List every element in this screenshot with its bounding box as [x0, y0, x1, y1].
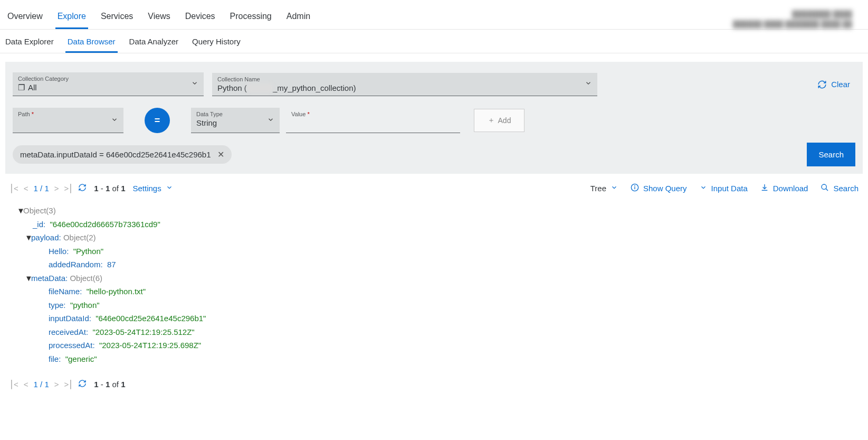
collection-name-select[interactable]: Collection Name Python (xxxxxx_my_python… — [212, 73, 597, 96]
results-toolbar-top: ⎮< < 1 / 1 > >⎮ 1 - 1 of 1 Settings Tree… — [0, 174, 868, 196]
page-indicator: 1 / 1 — [34, 380, 49, 389]
caret-down-icon[interactable]: ▼ — [25, 231, 31, 245]
caret-down-icon[interactable]: ▼ — [25, 272, 31, 285]
collection-category-value: ❐All — [18, 82, 198, 92]
chevron-down-icon — [585, 80, 592, 89]
user-area: ████████ ████ ██████ ████ ███████ ████ █… — [733, 10, 863, 28]
last-page-icon[interactable]: >⎮ — [64, 184, 73, 193]
data-type-value: String — [196, 117, 274, 127]
clear-button[interactable]: Clear — [817, 80, 855, 89]
path-select[interactable]: Path * — [13, 108, 123, 133]
tab-overview[interactable]: Overview — [5, 8, 45, 29]
show-query-button[interactable]: Show Query — [631, 183, 687, 193]
tab-explore[interactable]: Explore — [55, 8, 88, 29]
next-page-icon[interactable]: > — [54, 184, 59, 193]
settings-button[interactable]: Settings — [132, 184, 173, 193]
download-icon — [760, 183, 769, 193]
download-button[interactable]: Download — [760, 183, 808, 193]
subtab-data-analyzer[interactable]: Data Analyzer — [127, 30, 180, 53]
svg-line-5 — [826, 189, 828, 191]
plus-icon: ＋ — [488, 116, 495, 125]
sub-nav-tabs: Data Explorer Data Browser Data Analyzer… — [3, 30, 865, 53]
last-page-icon[interactable]: >⎮ — [64, 380, 73, 389]
path-value — [18, 117, 118, 118]
range-indicator: 1 - 1 of 1 — [94, 184, 125, 193]
svg-point-2 — [635, 185, 635, 186]
chevron-down-icon — [611, 184, 618, 193]
subtab-data-browser[interactable]: Data Browser — [65, 30, 118, 53]
sub-nav: Data Explorer Data Browser Data Analyzer… — [0, 30, 868, 53]
tab-views[interactable]: Views — [146, 8, 172, 29]
tab-devices[interactable]: Devices — [183, 8, 217, 29]
operator-button[interactable]: = — [145, 108, 170, 133]
chevron-down-icon — [700, 184, 707, 193]
query-panel: Collection Category ❐All Collection Name… — [5, 62, 863, 174]
refresh-icon[interactable] — [78, 379, 87, 389]
refresh-icon[interactable] — [78, 183, 87, 193]
tab-processing[interactable]: Processing — [228, 8, 274, 29]
chevron-down-icon — [111, 116, 118, 125]
page-indicator: 1 / 1 — [34, 184, 49, 193]
search-button[interactable]: Search — [807, 143, 855, 166]
chevron-down-icon — [267, 116, 274, 125]
top-nav-tabs: Overview Explore Services Views Devices … — [5, 8, 312, 29]
prev-page-icon[interactable]: < — [24, 184, 28, 193]
pager-bottom: ⎮< < 1 / 1 > >⎮ — [9, 379, 87, 389]
range-indicator-bottom: 1 - 1 of 1 — [94, 380, 125, 389]
data-type-select[interactable]: Data Type String — [191, 108, 280, 133]
first-page-icon[interactable]: ⎮< — [9, 184, 18, 193]
svg-point-4 — [822, 184, 826, 189]
info-icon — [631, 183, 639, 193]
data-type-label: Data Type — [196, 111, 274, 117]
subtab-data-explorer[interactable]: Data Explorer — [3, 30, 56, 53]
collection-category-select[interactable]: Collection Category ❐All — [13, 72, 204, 96]
caret-down-icon[interactable]: ▼ — [17, 204, 23, 218]
first-page-icon[interactable]: ⎮< — [9, 380, 18, 389]
results-toolbar-bottom: ⎮< < 1 / 1 > >⎮ 1 - 1 of 1 — [0, 370, 868, 392]
refresh-icon — [817, 80, 827, 89]
filter-chip-text: metaData.inputDataId = 646e00cd25e2641e4… — [20, 150, 211, 159]
chevron-down-icon — [166, 184, 173, 193]
close-icon[interactable]: ✕ — [217, 149, 224, 160]
view-mode-select[interactable]: Tree — [590, 184, 618, 193]
input-data-button[interactable]: Input Data — [700, 184, 748, 193]
path-label: Path * — [18, 111, 118, 117]
chevron-down-icon — [191, 80, 198, 89]
next-page-icon[interactable]: > — [54, 380, 59, 389]
value-input[interactable]: Value * — [286, 108, 460, 133]
tab-services[interactable]: Services — [99, 8, 135, 29]
search-icon — [821, 183, 829, 193]
add-button[interactable]: ＋ Add — [474, 109, 524, 132]
value-value — [291, 117, 455, 118]
collection-name-label: Collection Name — [217, 76, 592, 82]
value-label: Value * — [291, 111, 455, 117]
tab-admin[interactable]: Admin — [284, 8, 312, 29]
prev-page-icon[interactable]: < — [24, 380, 28, 389]
collection-name-value: Python (xxxxxx_my_python_collection) — [217, 82, 592, 92]
subtab-query-history[interactable]: Query History — [190, 30, 243, 53]
top-nav: Overview Explore Services Views Devices … — [0, 0, 868, 30]
pager: ⎮< < 1 / 1 > >⎮ — [9, 183, 87, 193]
result-tree: ▼Object(3) _id: "646e00cd2d66657b73361cd… — [0, 196, 868, 370]
filter-chip[interactable]: metaData.inputDataId = 646e00cd25e2641e4… — [13, 145, 232, 164]
collection-category-label: Collection Category — [18, 76, 198, 82]
search-tool-button[interactable]: Search — [821, 183, 859, 193]
